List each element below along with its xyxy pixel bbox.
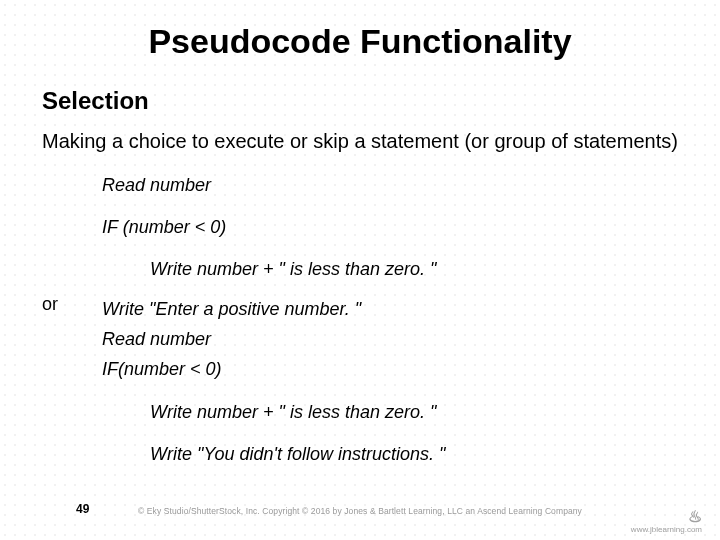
- intro-text: Making a choice to execute or skip a sta…: [42, 129, 678, 154]
- section-subtitle: Selection: [42, 87, 678, 115]
- flame-icon: ♨: [631, 509, 702, 525]
- code-line: Write number + " is less than zero. ": [150, 399, 678, 425]
- code-line: IF(number < 0): [102, 356, 678, 382]
- code-line: Read number: [102, 172, 678, 198]
- slide-title: Pseudocode Functionality: [42, 22, 678, 61]
- code-line: Write "Enter a positive number. ": [102, 296, 678, 322]
- pseudocode-block-2: Write "Enter a positive number. " Read n…: [92, 292, 678, 470]
- or-row: or Write "Enter a positive number. " Rea…: [42, 292, 678, 470]
- pseudocode-block-1: Read number IF (number < 0) Write number…: [102, 172, 678, 282]
- copyright-text: © Eky Studio/ShutterStock, Inc. Copyrigh…: [0, 506, 720, 516]
- publisher-logo: ♨ www.jblearning.com: [631, 509, 702, 534]
- slide: Pseudocode Functionality Selection Makin…: [0, 0, 720, 540]
- code-spacer: [102, 244, 678, 252]
- code-spacer: [102, 387, 678, 395]
- or-label: or: [42, 294, 92, 315]
- code-spacer: [102, 202, 678, 210]
- code-line: IF (number < 0): [102, 214, 678, 240]
- publisher-url: www.jblearning.com: [631, 525, 702, 534]
- code-spacer: [102, 429, 678, 437]
- code-line: Write "You didn't follow instructions. ": [150, 441, 678, 467]
- code-line: Write number + " is less than zero. ": [150, 256, 678, 282]
- code-line: Read number: [102, 326, 678, 352]
